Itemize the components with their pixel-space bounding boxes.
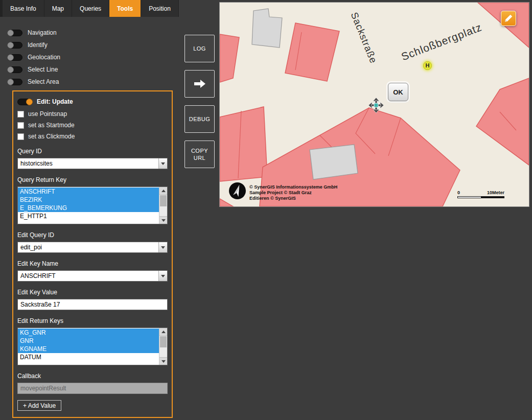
chevron-down-icon	[161, 219, 166, 222]
attribution-line: © SynerGIS Informationssysteme GmbH	[249, 184, 337, 190]
mode-row-select-area: Select Area	[7, 76, 60, 88]
pencil-icon	[503, 13, 514, 24]
query-id-value: historicsites	[18, 158, 167, 169]
list-item[interactable]: ANSCHRIFT	[18, 188, 159, 196]
scrollbar[interactable]	[159, 328, 167, 365]
chevron-down-icon	[161, 360, 166, 363]
toggle-knob	[7, 54, 14, 61]
checkbox-label: set as Startmode	[28, 122, 75, 129]
log-button[interactable]: LOG	[184, 35, 215, 62]
select-line-toggle[interactable]	[7, 66, 22, 73]
north-arrow-icon	[229, 182, 246, 199]
toggle-knob	[7, 79, 14, 85]
move-crosshair-marker[interactable]	[368, 97, 384, 113]
identify-toggle[interactable]	[7, 42, 22, 49]
edit-query-id-value: edit_poi	[18, 242, 167, 252]
chevron-down-icon	[161, 246, 165, 249]
tab-position[interactable]: Position	[141, 0, 178, 17]
clickmode-row: set as Clickmode	[17, 132, 168, 141]
map-viewport[interactable]: Sackstraße Schloßbergplatz H OK	[220, 3, 529, 206]
edit-update-toggle[interactable]	[17, 99, 33, 105]
navigation-toggle[interactable]	[7, 30, 22, 36]
query-id-select[interactable]: historicsites	[17, 158, 168, 169]
tab-queries[interactable]: Queries	[72, 0, 109, 17]
edit-update-title: Edit: Update	[37, 98, 73, 105]
scroll-up-button[interactable]	[159, 187, 167, 195]
list-item[interactable]: E_HTTP1	[18, 212, 159, 220]
list-item[interactable]: DATUM	[18, 353, 159, 361]
dropdown-button[interactable]	[158, 158, 167, 169]
edit-update-header: Edit: Update	[17, 97, 168, 107]
edit-key-value-label: Edit Key Value	[17, 289, 168, 296]
mode-label: Navigation	[28, 29, 57, 36]
toggle-knob	[7, 30, 14, 36]
mode-toggle-list: Navigation Identify Geolocation Select L…	[7, 27, 60, 88]
select-area-toggle[interactable]	[7, 79, 22, 85]
list-item[interactable]: BEZIRK	[18, 196, 159, 204]
chevron-down-icon	[161, 275, 165, 277]
add-value-button[interactable]: + Add Value	[17, 400, 61, 411]
scale-start-label: 0	[457, 190, 460, 195]
chevron-up-icon	[161, 331, 166, 333]
map-attribution: © SynerGIS Informationssysteme GmbH Samp…	[249, 184, 337, 201]
startmode-row: set as Startmode	[17, 121, 168, 129]
dropdown-button[interactable]	[158, 242, 167, 252]
tab-bar: Base Info Map Queries Tools Position	[0, 0, 179, 17]
edit-query-id-label: Edit Query ID	[17, 231, 168, 239]
scroll-up-button[interactable]	[159, 328, 167, 336]
toggle-knob	[7, 42, 14, 49]
listbox-items: KG_GNR GNR KGNAME DATUM	[18, 328, 159, 361]
next-step-button[interactable]	[184, 70, 215, 98]
geolocation-toggle[interactable]	[7, 54, 22, 61]
scrollbar-thumb[interactable]	[160, 336, 167, 347]
mode-row-navigation: Navigation	[7, 27, 60, 39]
query-return-key-listbox[interactable]: ANSCHRIFT BEZIRK E_BEMERKUNG E_HTTP1	[17, 186, 168, 224]
edit-key-name-select[interactable]: ANSCHRIFT	[17, 270, 168, 282]
attribution-line: Editieren © SynerGIS	[249, 196, 337, 201]
move-icon	[368, 97, 384, 113]
ok-button[interactable]: OK	[388, 83, 408, 101]
mode-label: Geolocation	[28, 54, 60, 61]
mode-row-select-line: Select Line	[7, 63, 60, 76]
set-as-clickmode-checkbox[interactable]	[17, 133, 24, 140]
use-pointsnap-checkbox[interactable]	[17, 111, 24, 118]
edit-update-panel: Edit: Update use Pointsnap set as Startm…	[12, 90, 173, 418]
checkbox-label: use Pointsnap	[28, 110, 67, 118]
debug-button[interactable]: DEBUG	[184, 105, 215, 133]
edit-query-id-select[interactable]: edit_poi	[17, 242, 168, 253]
mode-row-geolocation: Geolocation	[7, 51, 60, 63]
query-id-label: Query ID	[17, 148, 168, 155]
listbox-items: ANSCHRIFT BEZIRK E_BEMERKUNG E_HTTP1	[18, 187, 159, 220]
scroll-down-button[interactable]	[159, 357, 167, 365]
mode-label: Select Line	[28, 66, 58, 73]
edit-key-name-value: ANSCHRIFT	[18, 271, 167, 281]
edit-key-name-label: Edit Key Name	[17, 260, 168, 268]
attribution-line: Sample Project © Stadt Graz	[249, 190, 337, 196]
scroll-down-button[interactable]	[159, 216, 167, 224]
copy-url-button[interactable]: COPY URL	[184, 141, 215, 168]
tab-base-info[interactable]: Base Info	[3, 0, 44, 17]
list-item[interactable]: KGNAME	[18, 345, 159, 353]
edit-return-keys-listbox[interactable]: KG_GNR GNR KGNAME DATUM	[17, 328, 168, 365]
callback-label: Callback	[17, 372, 168, 380]
list-item[interactable]: E_BEMERKUNG	[18, 204, 159, 212]
pointsnap-row: use Pointsnap	[17, 110, 168, 118]
chevron-up-icon	[161, 190, 166, 192]
set-as-startmode-checkbox[interactable]	[17, 122, 24, 129]
h-point-marker: H	[423, 61, 432, 70]
tab-tools[interactable]: Tools	[109, 0, 141, 17]
scale-bar: 0 10Meter	[457, 190, 504, 198]
dropdown-button[interactable]	[158, 271, 167, 281]
callback-input	[17, 383, 168, 394]
scrollbar-thumb[interactable]	[160, 195, 167, 206]
scale-segment	[458, 197, 481, 198]
scale-end-label: 10Meter	[487, 190, 504, 195]
tab-map[interactable]: Map	[44, 0, 72, 17]
scrollbar[interactable]	[159, 187, 167, 224]
edit-tool-button[interactable]	[501, 11, 516, 26]
mode-label: Select Area	[28, 78, 59, 85]
list-item[interactable]: GNR	[18, 337, 159, 345]
edit-key-value-input[interactable]	[17, 299, 168, 310]
list-item[interactable]: KG_GNR	[18, 329, 159, 337]
checkbox-label: set as Clickmode	[28, 133, 75, 140]
